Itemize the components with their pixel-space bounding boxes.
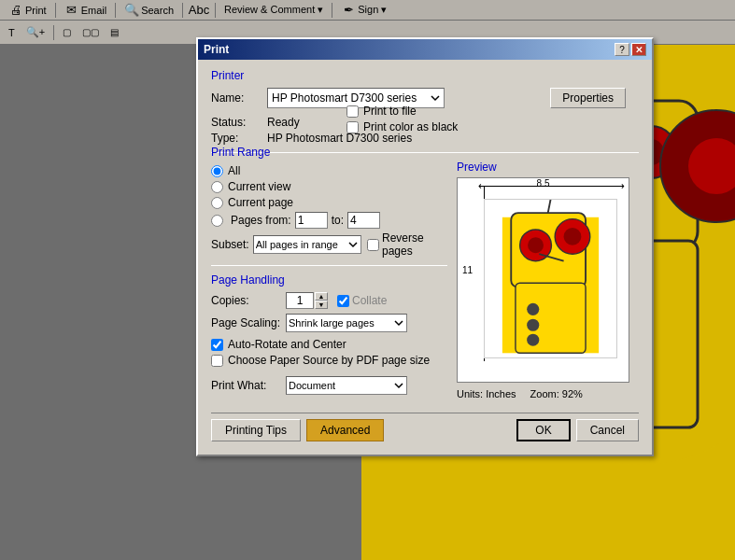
print-dialog: Print ? ✕ Printer Name: HP Photosmart D7…	[196, 37, 654, 456]
zoom-label: Zoom: 92%	[530, 388, 583, 399]
current-page-row: Current page	[211, 196, 447, 209]
right-checkboxes: Print to file Print color as black	[346, 105, 496, 133]
type-label: Type:	[211, 132, 267, 145]
ok-button[interactable]: OK	[516, 419, 570, 441]
cancel-button[interactable]: Cancel	[576, 419, 639, 441]
reverse-pages-label: Reverse pages	[382, 231, 447, 258]
dialog-left: Print to file Print color as black Print…	[211, 161, 447, 399]
preview-box: ⟵ ⟶ 8.5 11	[457, 177, 629, 383]
current-page-label: Current page	[228, 196, 293, 209]
dialog-titlebar: Print ? ✕	[198, 39, 652, 60]
collate-label-text: Collate	[352, 294, 387, 307]
svg-point-20	[564, 228, 582, 245]
print-to-file-checkbox[interactable]	[346, 105, 359, 118]
preview-page	[484, 199, 617, 358]
auto-rotate-checkbox[interactable]	[211, 339, 223, 351]
dialog-content: Printer Name: HP Photosmart D7300 series…	[198, 60, 652, 455]
svg-point-18	[528, 237, 544, 253]
pages-range-row: Pages from: to:	[211, 212, 447, 229]
advanced-button[interactable]: Advanced	[306, 419, 384, 441]
reverse-pages-checkbox[interactable]	[367, 239, 379, 251]
all-radio[interactable]	[211, 165, 223, 177]
page-handling-section: Page Handling Copies: ▲ ▼ Colla	[211, 273, 447, 395]
choose-paper-checkbox[interactable]	[211, 355, 223, 367]
scaling-row: Page Scaling: Shrink large pages Fit to …	[211, 314, 447, 332]
print-range-header: Print Range	[211, 146, 447, 159]
dialog-main: Print to file Print color as black Print…	[211, 161, 639, 399]
help-button[interactable]: ?	[615, 43, 629, 56]
copies-row: Copies: ▲ ▼ Collate	[211, 292, 447, 309]
copies-up-btn[interactable]: ▲	[315, 292, 328, 301]
printing-tips-button[interactable]: Printing Tips	[211, 419, 301, 441]
print-what-dropdown[interactable]: Document Form fields only Comments only	[286, 376, 407, 395]
type-row: Type: HP Photosmart D7300 series	[211, 132, 639, 145]
all-radio-row: All	[211, 164, 447, 177]
height-label: 11	[462, 265, 473, 275]
subset-row: Subset: All pages in range Odd pages onl…	[211, 231, 447, 258]
current-page-radio[interactable]	[211, 197, 223, 209]
svg-rect-22	[516, 283, 586, 353]
copies-input[interactable]	[286, 292, 314, 309]
preview-info: Units: Inches Zoom: 92%	[457, 388, 639, 399]
arrow-left: ⟵	[478, 180, 493, 192]
pages-to-label: to:	[332, 214, 344, 227]
print-color-checkbox[interactable]	[346, 121, 359, 133]
pages-from-label: Pages from:	[231, 214, 291, 227]
ruler-top-line	[484, 186, 619, 187]
auto-rotate-row: Auto-Rotate and Center	[211, 338, 447, 351]
choose-paper-label: Choose Paper Source by PDF page size	[228, 354, 430, 367]
subset-label: Subset:	[211, 238, 249, 251]
current-view-label: Current view	[228, 180, 290, 193]
print-to-file-label: Print to file	[363, 105, 417, 118]
preview-section: Preview ⟵ ⟶ 8.5 11	[457, 161, 639, 399]
current-view-radio[interactable]	[211, 181, 223, 193]
print-to-file-row: Print to file	[346, 105, 496, 118]
type-value: HP Photosmart D7300 series	[267, 132, 412, 145]
dialog-title: Print	[204, 43, 229, 56]
spinner-buttons: ▲ ▼	[315, 292, 328, 309]
auto-rotate-label: Auto-Rotate and Center	[228, 338, 346, 351]
close-button[interactable]: ✕	[631, 43, 646, 56]
copies-down-btn[interactable]: ▼	[315, 301, 328, 309]
status-value: Ready	[267, 116, 300, 129]
current-view-row: Current view	[211, 180, 447, 193]
bottom-left-buttons: Printing Tips Advanced	[211, 419, 384, 441]
collate-row: Collate	[337, 294, 387, 307]
choose-paper-row: Choose Paper Source by PDF page size	[211, 354, 447, 367]
dialog-bottom: Printing Tips Advanced OK Cancel	[211, 413, 639, 441]
page-handling-header: Page Handling	[211, 273, 447, 287]
print-what-label: Print What:	[211, 379, 286, 392]
preview-header: Preview	[457, 161, 639, 174]
section-divider-2	[211, 265, 447, 266]
bottom-right-buttons: OK Cancel	[516, 419, 639, 441]
pages-from-input[interactable]	[295, 212, 328, 229]
svg-point-24	[527, 319, 539, 331]
units-label: Units: Inches	[457, 388, 516, 399]
collate-checkbox[interactable]	[337, 295, 349, 307]
svg-point-23	[527, 303, 539, 315]
copies-label: Copies:	[211, 294, 286, 307]
properties-button[interactable]: Properties	[550, 88, 626, 108]
pages-to-input[interactable]	[347, 212, 380, 229]
pages-range-radio[interactable]	[211, 215, 223, 227]
copies-spinner: ▲ ▼	[286, 292, 328, 309]
reverse-pages-row: Reverse pages	[367, 231, 447, 258]
print-color-row: Print color as black	[346, 120, 496, 133]
status-label: Status:	[211, 116, 267, 129]
subset-dropdown[interactable]: All pages in range Odd pages only Even p…	[253, 235, 361, 254]
printer-section-header: Printer	[211, 69, 639, 82]
print-color-label: Print color as black	[363, 120, 458, 133]
svg-point-25	[527, 334, 539, 346]
scaling-dropdown[interactable]: Shrink large pages Fit to printable area…	[286, 314, 407, 332]
printer-name-label: Name:	[211, 91, 267, 105]
print-what-row: Print What: Document Form fields only Co…	[211, 376, 447, 395]
all-label: All	[228, 164, 240, 177]
preview-image-svg	[485, 200, 616, 357]
width-label: 8.5	[537, 178, 550, 189]
title-buttons: ? ✕	[615, 43, 646, 56]
arrow-right: ⟶	[610, 180, 625, 192]
scaling-label: Page Scaling:	[211, 316, 286, 329]
